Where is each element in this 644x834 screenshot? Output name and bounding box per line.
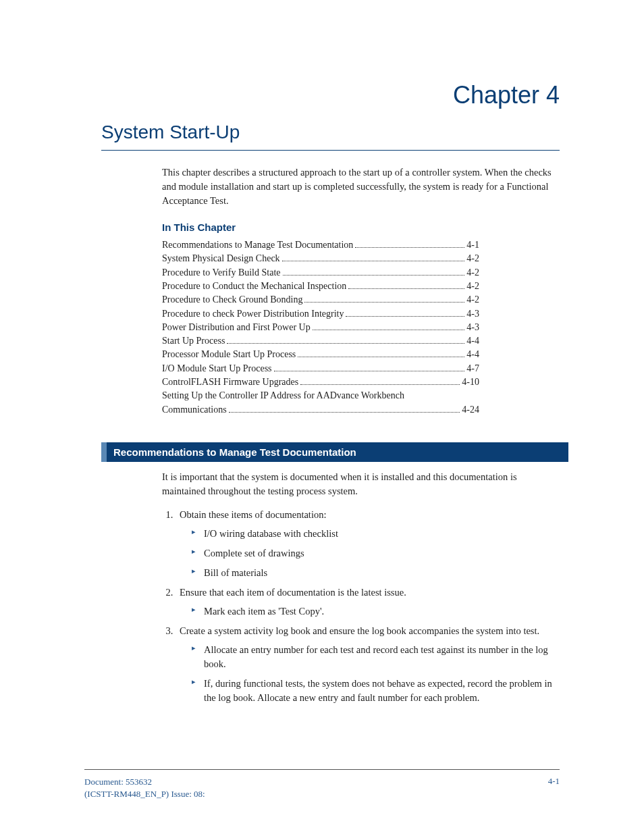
toc-entry: Start Up Process4-4 xyxy=(162,334,479,348)
toc-label: Recommendations to Manage Test Documenta… xyxy=(162,238,353,252)
toc-entry: ControlFLASH Firmware Upgrades4-10 xyxy=(162,375,479,389)
toc-leader xyxy=(355,247,464,248)
toc-label: Procedure to check Power Distribution In… xyxy=(162,307,344,321)
chapter-number: Chapter 4 xyxy=(101,81,560,109)
toc-leader xyxy=(346,316,464,317)
bullet-item: Bill of materials xyxy=(192,566,560,580)
bullet-item: Mark each item as 'Test Copy'. xyxy=(192,604,560,619)
toc-entry: I/O Module Start Up Process4-7 xyxy=(162,362,479,375)
toc-entry: Procedure to Conduct the Mechanical Insp… xyxy=(162,280,479,293)
document-page: Chapter 4 System Start-Up This chapter d… xyxy=(0,0,644,834)
toc-label: Procedure to Check Ground Bonding xyxy=(162,293,302,307)
toc-entry: System Physical Design Check4-2 xyxy=(162,252,479,265)
toc-entry: Setting Up the Controller IP Address for… xyxy=(162,389,479,417)
toc-page: 4-7 xyxy=(466,362,479,375)
bullet-list: Mark each item as 'Test Copy'. xyxy=(180,604,560,619)
toc-page: 4-2 xyxy=(466,293,479,307)
toc-label: Procedure to Conduct the Mechanical Insp… xyxy=(162,280,346,293)
toc-entry: Procedure to Verify Build State4-2 xyxy=(162,266,479,280)
toc-leader xyxy=(348,288,464,289)
toc-label: Communications xyxy=(162,403,227,417)
table-of-contents: Recommendations to Manage Test Documenta… xyxy=(162,238,479,417)
toc-label: Processor Module Start Up Process xyxy=(162,348,296,361)
toc-label: ControlFLASH Firmware Upgrades xyxy=(162,375,298,389)
toc-label: Power Distribution and First Power Up xyxy=(162,321,311,334)
bullet-list: I/O wiring database with checklistComple… xyxy=(180,527,560,580)
toc-label: Procedure to Verify Build State xyxy=(162,266,281,280)
toc-label: Start Up Process xyxy=(162,334,225,348)
toc-page: 4-4 xyxy=(466,348,479,361)
steps-list: Obtain these items of documentation:I/O … xyxy=(162,508,560,704)
toc-page: 4-24 xyxy=(462,403,479,417)
toc-page: 4-4 xyxy=(466,334,479,348)
toc-leader xyxy=(227,343,464,344)
toc-page: 4-3 xyxy=(466,321,479,334)
toc-label: System Physical Design Check xyxy=(162,252,280,265)
section-heading: Recommendations to Manage Test Documenta… xyxy=(101,442,568,462)
toc-leader xyxy=(298,357,464,357)
toc-entry: Procedure to check Power Distribution In… xyxy=(162,307,479,321)
toc-label: I/O Module Start Up Process xyxy=(162,362,272,375)
step-text: Create a system activity log book and en… xyxy=(180,625,539,636)
bullet-item: Complete set of drawings xyxy=(192,546,560,561)
toc-entry: Procedure to Check Ground Bonding4-2 xyxy=(162,293,479,307)
toc-leader xyxy=(304,302,464,303)
toc-leader xyxy=(229,412,460,413)
step-item: Ensure that each item of documentation i… xyxy=(176,585,560,619)
toc-entry: Power Distribution and First Power Up4-3 xyxy=(162,321,479,334)
toc-label: Setting Up the Controller IP Address for… xyxy=(162,389,479,402)
section-intro: It is important that the system is docum… xyxy=(162,470,560,498)
toc-page: 4-2 xyxy=(466,280,479,293)
toc-leader xyxy=(313,330,465,330)
chapter-intro: This chapter describes a structured appr… xyxy=(162,165,560,208)
footer-issue: (ICSTT-RM448_EN_P) Issue: 08: xyxy=(84,788,205,800)
footer-rule xyxy=(84,769,560,770)
bullet-list: Allocate an entry number for each test a… xyxy=(180,643,560,705)
footer-doc: Document: 553632 xyxy=(84,776,205,788)
bullet-item: Allocate an entry number for each test a… xyxy=(192,643,560,671)
toc-leader xyxy=(282,261,465,261)
bullet-item: If, during functional tests, the system … xyxy=(192,677,560,705)
bullet-item: I/O wiring database with checklist xyxy=(192,527,560,541)
toc-page: 4-1 xyxy=(466,238,479,252)
step-item: Obtain these items of documentation:I/O … xyxy=(176,508,560,580)
toc-page: 4-2 xyxy=(466,266,479,280)
toc-page: 4-2 xyxy=(466,252,479,265)
toc-leader xyxy=(283,275,465,276)
page-footer: Document: 553632 (ICSTT-RM448_EN_P) Issu… xyxy=(84,776,560,800)
toc-entry: Processor Module Start Up Process4-4 xyxy=(162,348,479,361)
toc-leader xyxy=(274,371,465,371)
chapter-title: System Start-Up xyxy=(101,122,560,151)
step-text: Obtain these items of documentation: xyxy=(180,509,326,520)
step-text: Ensure that each item of documentation i… xyxy=(180,587,406,598)
toc-leader xyxy=(300,384,460,385)
toc-page: 4-3 xyxy=(466,307,479,321)
step-item: Create a system activity log book and en… xyxy=(176,624,560,705)
toc-entry: Recommendations to Manage Test Documenta… xyxy=(162,238,479,252)
toc-page: 4-10 xyxy=(462,375,479,389)
in-this-chapter-heading: In This Chapter xyxy=(162,221,560,233)
footer-page: 4-1 xyxy=(548,776,560,800)
